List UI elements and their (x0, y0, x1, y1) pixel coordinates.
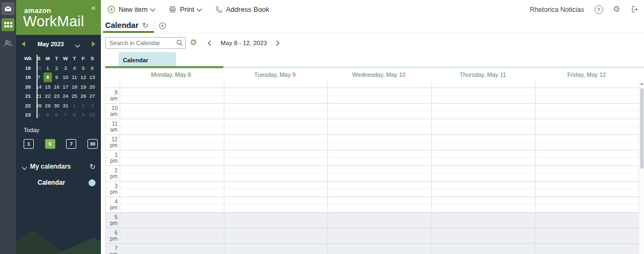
mini-cal-day[interactable]: 8 (70, 110, 79, 120)
previous-week-icon[interactable] (208, 40, 214, 46)
mini-cal-day[interactable]: 10 (88, 110, 97, 120)
mini-cal-day[interactable]: 5 (79, 63, 88, 73)
view-button-30[interactable]: 30 (87, 139, 98, 149)
half-hour-line (106, 173, 639, 173)
mini-cal-day[interactable]: 27 (88, 91, 97, 101)
mini-cal-day[interactable]: 20 (88, 82, 97, 92)
day-header[interactable]: Tuesday, May 9 (223, 68, 327, 81)
mini-cal-day[interactable]: 2 (52, 63, 61, 73)
mini-cal-day[interactable]: 9 (52, 72, 61, 82)
next-week-icon[interactable] (274, 40, 280, 46)
mini-cal-day[interactable]: 2 (79, 101, 88, 111)
hour-line (106, 103, 639, 104)
mini-cal-day[interactable]: 13 (88, 72, 97, 82)
mail-nav-button[interactable] (2, 2, 14, 15)
search-settings-gear-icon[interactable]: ⚙ (190, 39, 197, 47)
mini-cal-day[interactable]: 17 (61, 82, 70, 92)
calendar-view-tab[interactable]: Calendar (119, 52, 176, 66)
mini-cal-day[interactable]: 12 (79, 72, 88, 82)
action-toolbar: New item Print Address Book (107, 0, 269, 19)
week-grid[interactable]: 9 am10 am11 am12 pm1 pm2 pm3 pm4 pm5 pm6… (105, 81, 639, 254)
mini-cal-day[interactable]: 26 (79, 91, 88, 101)
mini-cal-day[interactable]: 10 (61, 72, 70, 82)
mini-cal-day[interactable]: 14 (34, 82, 43, 92)
time-label: 11 am (106, 121, 118, 133)
mini-cal-day[interactable]: 24 (61, 91, 70, 101)
calendar-color-dot (89, 179, 96, 186)
sign-out-icon[interactable] (631, 5, 639, 13)
mini-cal-day[interactable]: 7 (61, 110, 70, 120)
print-button[interactable]: Print (169, 5, 201, 13)
view-button-5[interactable]: 5 (45, 139, 55, 149)
mail-icon (4, 6, 12, 12)
calendar-list-item[interactable]: Calendar (23, 178, 96, 187)
refresh-tab-icon[interactable]: ↻ (142, 21, 149, 30)
mini-cal-day[interactable]: 16 (52, 82, 61, 92)
hour-line (106, 212, 639, 213)
day-header[interactable]: Monday, May 8 (119, 68, 223, 81)
mini-cal-day[interactable]: 3 (88, 101, 97, 111)
mini-cal-day[interactable]: 11 (70, 72, 79, 82)
mini-cal-day[interactable]: 4 (34, 110, 43, 120)
tab-calendar[interactable]: Calendar (105, 21, 138, 30)
view-button-7[interactable]: 7 (66, 139, 76, 149)
mini-cal-day[interactable]: 1 (70, 101, 79, 111)
mini-cal-day[interactable]: 28 (34, 101, 43, 111)
mini-cal-day[interactable]: 15 (43, 82, 53, 92)
previous-month-icon[interactable] (21, 41, 25, 47)
mini-cal-day[interactable]: 21 (34, 91, 43, 101)
half-hour-line (106, 204, 639, 205)
mini-cal-day[interactable]: 29 (43, 101, 53, 111)
date-range-navigator: May 8 - 12, 2023 (207, 37, 279, 49)
day-header[interactable]: Wednesday, May 10 (327, 68, 431, 81)
refresh-calendars-icon[interactable]: ↻ (90, 163, 96, 171)
scrollbar-thumb[interactable] (640, 88, 643, 169)
address-book-button[interactable]: Address Book (215, 5, 269, 13)
user-name[interactable]: Rhetorica Noticias (530, 6, 584, 13)
today-label[interactable]: Today (24, 127, 39, 133)
scrollbar-up-arrow-icon[interactable] (640, 83, 643, 85)
tab-divider (154, 20, 155, 31)
print-label: Print (180, 5, 194, 13)
mini-cal-day[interactable]: 31 (61, 101, 70, 111)
mini-cal-day[interactable]: 19 (79, 82, 88, 92)
hour-line (106, 228, 639, 228)
grid-scrollbar[interactable] (639, 81, 644, 254)
search-icon[interactable] (176, 39, 183, 46)
search-input[interactable] (105, 37, 186, 49)
mini-cal-day[interactable]: 8 (43, 72, 53, 82)
chevron-down-icon[interactable] (22, 164, 27, 170)
mini-cal-day[interactable]: 5 (43, 110, 53, 120)
view-button-1[interactable]: 1 (24, 139, 34, 149)
chevron-down-icon (150, 6, 156, 12)
day-header[interactable]: Thursday, May 11 (431, 68, 535, 81)
next-month-icon[interactable] (92, 41, 96, 47)
mini-cal-day[interactable]: 22 (43, 91, 53, 101)
mini-cal-day[interactable]: 18 (70, 82, 79, 92)
mini-cal-day[interactable]: 6 (52, 110, 61, 120)
mini-cal-day[interactable]: 4 (70, 63, 79, 73)
mini-cal-day[interactable]: 7 (34, 72, 43, 82)
new-item-button[interactable]: New item (107, 5, 155, 13)
mini-cal-day[interactable]: 23 (52, 91, 61, 101)
help-icon[interactable]: ? (595, 5, 603, 14)
month-dropdown-chevron-icon[interactable] (75, 42, 80, 47)
add-tab-icon[interactable] (159, 22, 166, 30)
my-calendars-section[interactable]: My calendars ↻ (23, 162, 96, 171)
collapse-sidebar-icon[interactable]: « (91, 3, 96, 12)
time-label: 6 pm (106, 230, 118, 242)
day-header[interactable]: Friday, May 12 (535, 68, 639, 81)
mini-cal-day[interactable]: 6 (88, 63, 97, 73)
mini-cal-day[interactable]: 30 (52, 101, 61, 111)
gear-icon[interactable]: ⚙ (613, 5, 620, 13)
phone-icon (215, 6, 223, 13)
time-label: 7 pm (106, 245, 118, 254)
calendar-nav-button[interactable] (2, 18, 14, 31)
mini-cal-day[interactable]: 25 (70, 91, 79, 101)
mini-cal-day[interactable]: 1 (43, 63, 53, 73)
mini-cal-day[interactable]: 3 (61, 63, 70, 73)
contacts-nav-button[interactable] (2, 37, 14, 49)
mini-cal-day[interactable]: 9 (79, 110, 88, 120)
month-label[interactable]: May 2023 (38, 41, 64, 47)
mini-cal-day[interactable]: 30 (34, 63, 43, 73)
